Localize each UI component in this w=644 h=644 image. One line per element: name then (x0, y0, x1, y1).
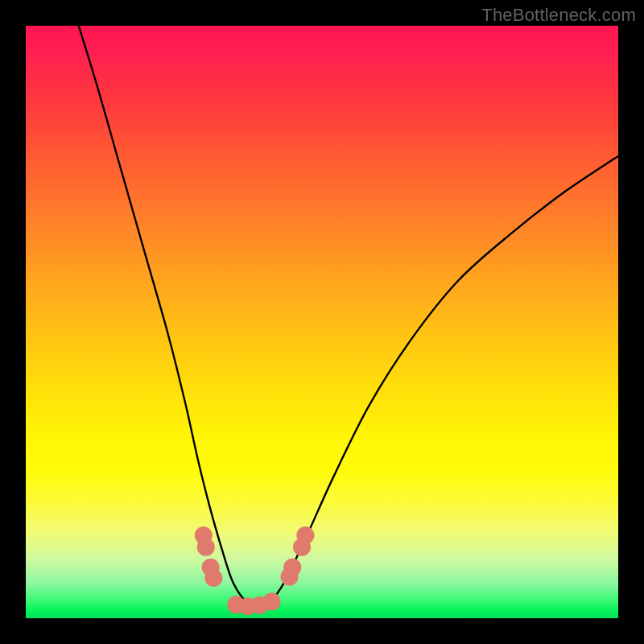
bead (197, 539, 215, 556)
plot-area (26, 26, 618, 618)
curve-svg (26, 26, 618, 618)
highlight-beads (195, 526, 315, 615)
bead (204, 569, 222, 587)
chart-frame: TheBottleneck.com (0, 0, 644, 644)
bottleneck-curve (73, 26, 618, 609)
bead (296, 526, 314, 544)
watermark-text: TheBottleneck.com (481, 5, 636, 26)
bead (262, 592, 280, 610)
bead (283, 559, 301, 576)
